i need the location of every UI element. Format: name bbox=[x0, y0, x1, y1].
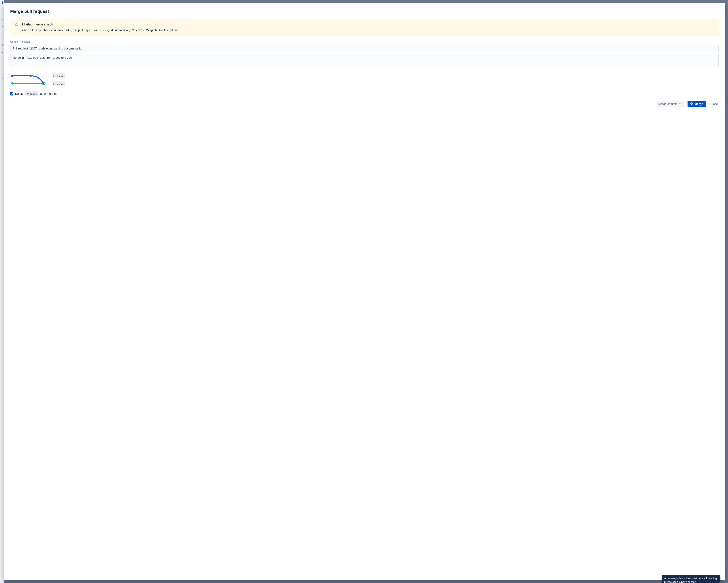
branch-graph bbox=[10, 73, 47, 86]
chevron-down-icon bbox=[679, 102, 681, 106]
source-branch-name: a-200 bbox=[57, 74, 63, 78]
svg-point-8 bbox=[54, 76, 54, 77]
branch-icon bbox=[53, 75, 56, 77]
branch-icon bbox=[53, 83, 56, 85]
svg-point-10 bbox=[54, 83, 54, 84]
auto-merge-tooltip: Auto-merge this pull request once all pe… bbox=[662, 575, 721, 583]
svg-point-6 bbox=[29, 75, 32, 77]
merge-pull-request-dialog: Merge pull request 1 failed merge check … bbox=[4, 3, 725, 580]
dialog-footer: Merge commit Merge Close bbox=[10, 101, 719, 107]
delete-branch-name: a-200 bbox=[30, 92, 37, 96]
sidebar-fragment: ın lo ıll nç e bbox=[0, 0, 4, 583]
delete-branch-row: Delete a-200 after merging bbox=[10, 91, 719, 96]
close-button[interactable]: Close bbox=[709, 101, 719, 107]
alert-title: 1 failed merge check bbox=[22, 22, 714, 27]
delete-branch-tag: a-200 bbox=[25, 91, 38, 96]
alert-content: 1 failed merge check When all merge chec… bbox=[22, 22, 714, 32]
merge-button-label: Merge bbox=[695, 102, 703, 106]
warning-icon bbox=[15, 22, 18, 27]
merge-button[interactable]: Merge bbox=[687, 101, 706, 107]
merge-strategy-dropdown[interactable]: Merge commit bbox=[656, 101, 684, 107]
delete-branch-checkbox[interactable] bbox=[10, 92, 14, 96]
commit-title-input[interactable] bbox=[10, 45, 719, 52]
branch-icon bbox=[27, 93, 29, 95]
destination-branch-name: a-300 bbox=[57, 82, 63, 86]
commit-message-label: Commit message bbox=[10, 40, 719, 44]
modal-backdrop: ın lo ıll nç e Merge pull request 1 fail… bbox=[0, 0, 728, 583]
svg-point-9 bbox=[55, 75, 55, 76]
svg-point-5 bbox=[11, 75, 14, 77]
svg-rect-1 bbox=[16, 25, 17, 25]
merge-strategy-label: Merge commit bbox=[658, 102, 677, 106]
branch-labels: a-200 a-300 bbox=[52, 73, 65, 86]
merge-check-alert: 1 failed merge check When all merge chec… bbox=[10, 19, 719, 36]
svg-point-12 bbox=[55, 83, 55, 84]
svg-point-11 bbox=[54, 84, 54, 85]
commit-body-textarea[interactable]: Merge in PROJECT_1/a1 from a-200 to a-30… bbox=[10, 54, 719, 68]
check-icon bbox=[11, 93, 13, 95]
destination-branch-tag: a-300 bbox=[52, 81, 65, 86]
clock-icon bbox=[690, 102, 693, 106]
source-branch-tag: a-200 bbox=[52, 73, 65, 78]
svg-point-15 bbox=[28, 93, 29, 94]
svg-point-7 bbox=[54, 75, 54, 76]
alert-body: When all merge checks are successful, th… bbox=[22, 28, 714, 32]
svg-point-13 bbox=[27, 93, 28, 94]
dialog-title: Merge pull request bbox=[10, 8, 719, 15]
svg-point-14 bbox=[27, 94, 28, 95]
branch-diagram-row: a-200 a-300 bbox=[10, 73, 719, 86]
svg-rect-0 bbox=[16, 24, 17, 25]
delete-prefix: Delete bbox=[15, 92, 24, 96]
svg-point-3 bbox=[11, 82, 14, 85]
delete-suffix: after merging bbox=[40, 92, 57, 96]
